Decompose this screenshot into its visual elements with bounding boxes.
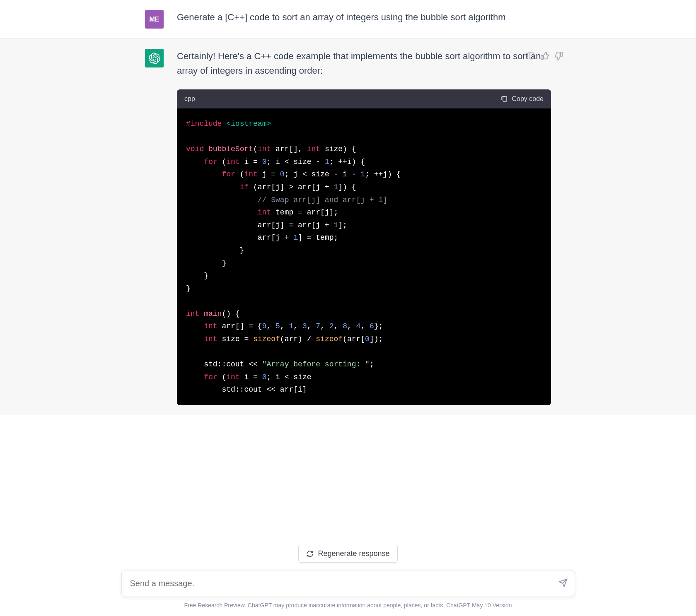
- user-message-text: Generate a [C++] code to sort an array o…: [177, 10, 551, 29]
- send-button[interactable]: [558, 578, 568, 589]
- assistant-avatar: [145, 49, 164, 67]
- send-icon: [558, 578, 568, 587]
- thumbs-down-icon[interactable]: [554, 51, 563, 60]
- regenerate-label: Regenerate response: [318, 549, 389, 558]
- assistant-intro-text: Certainly! Here's a C++ code example tha…: [177, 49, 551, 78]
- thumbs-up-icon[interactable]: [540, 51, 549, 60]
- assistant-message-content: Certainly! Here's a C++ code example tha…: [177, 49, 551, 405]
- svg-rect-1: [529, 53, 534, 59]
- copy-code-label: Copy code: [512, 94, 544, 104]
- copy-code-button[interactable]: Copy code: [500, 94, 544, 104]
- clipboard-icon: [500, 95, 508, 103]
- footer-note: Free Research Preview. ChatGPT may produ…: [121, 602, 575, 609]
- feedback-icons: [526, 51, 563, 60]
- code-block: cpp Copy code #include <iostream> void b…: [177, 89, 551, 405]
- code-header: cpp Copy code: [177, 89, 551, 108]
- code-language-label: cpp: [184, 94, 195, 104]
- user-avatar: ME: [145, 10, 164, 29]
- clipboard-icon[interactable]: [526, 51, 535, 60]
- conversation: ME Generate a [C++] code to sort an arra…: [0, 0, 696, 415]
- assistant-message-row: Certainly! Here's a C++ code example tha…: [0, 39, 696, 415]
- input-wrap: [121, 570, 575, 597]
- user-message-row: ME Generate a [C++] code to sort an arra…: [0, 0, 696, 39]
- svg-rect-0: [503, 96, 507, 101]
- openai-logo-icon: [149, 53, 160, 64]
- user-avatar-label: ME: [150, 16, 160, 23]
- regenerate-button[interactable]: Regenerate response: [298, 545, 397, 563]
- refresh-icon: [306, 550, 314, 558]
- bottom-controls: Regenerate response Free Research Previe…: [0, 545, 696, 616]
- code-body: #include <iostream> void bubbleSort(int …: [177, 108, 551, 405]
- message-input[interactable]: [121, 570, 575, 597]
